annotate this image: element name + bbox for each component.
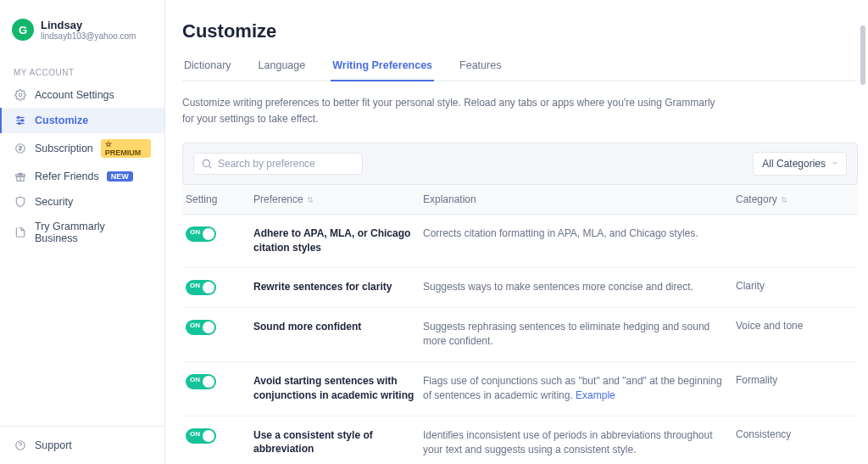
preference-name: Use a consistent style of abbreviation [253, 428, 423, 457]
preference-name: Avoid starting sentences with conjunctio… [253, 374, 423, 403]
toggle-on-label: ON [190, 321, 200, 329]
sort-icon: ⇅ [307, 195, 314, 204]
gift-icon [14, 170, 27, 183]
preference-category: Consistency [736, 428, 854, 440]
question-icon [14, 439, 27, 452]
sidebar-item-refer-friends[interactable]: Refer Friends NEW [0, 164, 164, 189]
tab-language[interactable]: Language [257, 54, 308, 81]
tab-dictionary[interactable]: Dictionary [182, 54, 233, 81]
toggle-on-label: ON [190, 282, 200, 289]
dollar-icon [14, 142, 27, 155]
svg-point-5 [21, 120, 23, 121]
export-icon [14, 226, 27, 239]
col-preference-label: Preference [253, 193, 303, 205]
col-category[interactable]: Category ⇅ [736, 193, 854, 205]
svg-point-0 [19, 93, 22, 97]
sidebar-item-label: Subscription [35, 143, 93, 154]
sidebar-nav: Account Settings Customize Subscription … [0, 82, 164, 250]
search-wrap[interactable] [193, 153, 363, 175]
toggle-switch[interactable]: ON [186, 280, 216, 295]
svg-point-13 [203, 160, 209, 167]
sidebar-item-subscription[interactable]: Subscription ☆ PREMIUM [0, 133, 164, 164]
new-badge: NEW [107, 171, 133, 182]
filter-bar: All Categories [182, 143, 858, 185]
svg-point-6 [19, 122, 20, 124]
col-preference[interactable]: Preference ⇅ [253, 193, 423, 205]
table-body[interactable]: ONAdhere to APA, MLA, or Chicago citatio… [182, 215, 858, 464]
sidebar-item-customize[interactable]: Customize [0, 108, 164, 133]
svg-point-4 [18, 116, 19, 118]
preference-explanation: Suggests ways to make sentences more con… [423, 280, 736, 294]
sidebar-item-label: Account Settings [35, 89, 114, 101]
page-description: Customize writing preferences to better … [182, 81, 725, 143]
description-line2: for your settings to take effect. [182, 113, 319, 125]
example-link[interactable]: Example [576, 389, 615, 401]
tab-writing-preferences[interactable]: Writing Preferences [331, 54, 434, 81]
profile-name: Lindsay [41, 19, 136, 31]
tabs: Dictionary Language Writing Preferences … [182, 54, 858, 81]
sidebar-item-label: Try Grammarly Business [35, 221, 151, 244]
sidebar-item-label: Customize [35, 115, 88, 126]
preference-category: Formality [736, 374, 854, 386]
sidebar-section-label: MY ACCOUNT [0, 63, 164, 82]
sidebar-item-label: Security [35, 196, 73, 208]
sidebar-item-label: Refer Friends [35, 171, 99, 182]
toggle-switch[interactable]: ON [186, 374, 216, 389]
chevron-down-icon [831, 158, 839, 170]
sidebar-item-security[interactable]: Security [0, 189, 164, 215]
preference-explanation: Identifies inconsistent use of periods i… [423, 428, 736, 458]
toggle-switch[interactable]: ON [186, 320, 216, 335]
toggle-on-label: ON [190, 430, 200, 438]
col-category-label: Category [736, 193, 777, 205]
shield-icon [14, 195, 27, 209]
search-input[interactable] [218, 158, 355, 170]
toggle-on-label: ON [190, 228, 200, 236]
sidebar-item-support[interactable]: Support [0, 427, 164, 464]
toggle-switch[interactable]: ON [186, 428, 216, 444]
sidebar-item-grammarly-business[interactable]: Try Grammarly Business [0, 215, 164, 250]
main-content: Customize Dictionary Language Writing Pr… [165, 0, 868, 464]
category-select[interactable]: All Categories [753, 152, 847, 176]
svg-line-14 [209, 166, 212, 169]
toggle-on-label: ON [190, 376, 200, 383]
sidebar: G Lindsay lindsayb103@yahoo.com MY ACCOU… [0, 0, 165, 464]
sidebar-item-label: Support [35, 439, 72, 451]
preference-name: Sound more confident [253, 320, 423, 334]
premium-badge: ☆ PREMIUM [101, 139, 151, 158]
scrollbar[interactable] [860, 25, 865, 85]
sidebar-item-account-settings[interactable]: Account Settings [0, 82, 164, 108]
description-line1: Customize writing preferences to better … [182, 97, 715, 109]
table-row: ONAdhere to APA, MLA, or Chicago citatio… [182, 215, 858, 268]
col-setting: Setting [186, 193, 253, 205]
page-title: Customize [182, 20, 858, 42]
sliders-icon [14, 114, 27, 127]
col-explanation: Explanation [423, 193, 736, 205]
table-row: ONUse a consistent style of abbreviation… [182, 416, 858, 464]
avatar: G [12, 19, 34, 41]
tab-features[interactable]: Features [458, 54, 503, 81]
sort-icon: ⇅ [781, 195, 787, 204]
table-header: Setting Preference ⇅ Explanation Categor… [182, 185, 858, 215]
category-select-label: All Categories [762, 158, 826, 170]
preference-name: Rewrite sentences for clarity [253, 280, 423, 294]
table-row: ONSound more confidentSuggests rephrasin… [182, 308, 858, 362]
preference-category: Clarity [736, 280, 854, 292]
profile-email: lindsayb103@yahoo.com [41, 31, 136, 41]
search-icon [201, 158, 213, 170]
sidebar-footer: Support [0, 426, 164, 464]
table-row: ONAvoid starting sentences with conjunct… [182, 362, 858, 416]
preference-name: Adhere to APA, MLA, or Chicago citation … [253, 226, 423, 255]
preference-explanation: Flags use of conjunctions such as "but" … [423, 374, 736, 404]
toggle-switch[interactable]: ON [186, 226, 216, 242]
table-row: ONRewrite sentences for claritySuggests … [182, 268, 858, 308]
preference-category: Voice and tone [736, 320, 854, 332]
preference-explanation: Suggests rephrasing sentences to elimina… [423, 320, 736, 349]
preference-explanation: Corrects citation formatting in APA, MLA… [423, 226, 736, 241]
profile-block: G Lindsay lindsayb103@yahoo.com [0, 19, 164, 58]
gear-icon [14, 88, 27, 102]
